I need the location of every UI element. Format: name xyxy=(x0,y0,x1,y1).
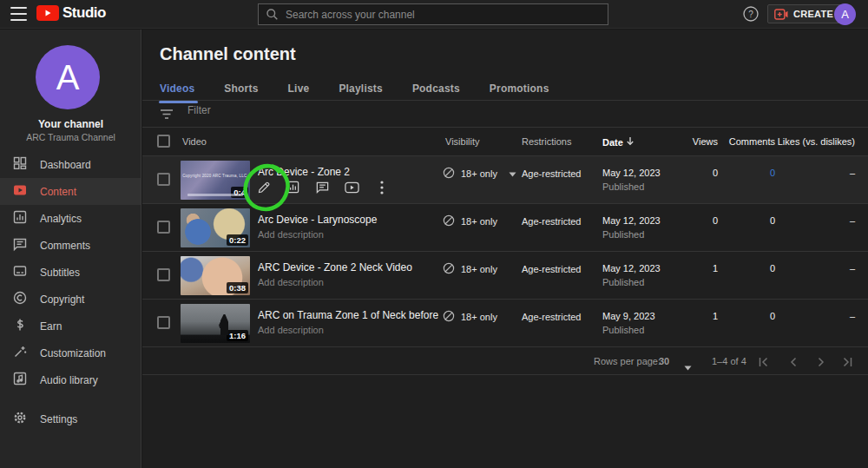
youtube-studio-logo[interactable]: Studio xyxy=(36,4,106,22)
video-title[interactable]: ARC Device - Zone 2 Neck Video xyxy=(258,261,438,274)
visibility-value: 18+ only xyxy=(461,264,497,274)
sidebar-item-copyright[interactable]: Copyright xyxy=(0,286,141,313)
video-thumbnail[interactable]: 0:22 xyxy=(181,208,250,247)
row-checkbox[interactable] xyxy=(157,173,170,186)
video-duration-badge: 0:38 xyxy=(227,282,248,293)
sidebar-item-label: Settings xyxy=(40,413,77,425)
chevron-down-icon[interactable] xyxy=(684,359,692,374)
analytics-icon[interactable] xyxy=(286,180,300,194)
publish-status: Published xyxy=(602,181,644,192)
video-title[interactable]: Arc Device - Larynoscope xyxy=(258,214,438,226)
views-value: 0 xyxy=(713,215,718,226)
row-checkbox[interactable] xyxy=(157,221,170,234)
sidebar-item-label: Content xyxy=(40,186,76,198)
sidebar-item-label: Copyright xyxy=(40,293,84,306)
age-restricted-globe-icon xyxy=(443,310,455,324)
row-checkbox[interactable] xyxy=(157,268,170,281)
column-header-restrictions[interactable]: Restrictions xyxy=(522,136,571,147)
sidebar-item-dashboard[interactable]: Dashboard xyxy=(0,151,141,178)
sidebar-menu: Dashboard Content Analytics Comments Sub… xyxy=(0,151,141,393)
music-note-icon xyxy=(12,371,28,390)
column-header-comments[interactable]: Comments xyxy=(729,136,775,147)
add-description-link[interactable]: Add description xyxy=(258,277,324,287)
sidebar-item-label: Earn xyxy=(40,320,62,333)
video-title[interactable]: ARC on Trauma Zone 1 of Neck before Secu… xyxy=(258,309,438,321)
content-icon xyxy=(12,182,28,201)
video-thumbnail[interactable]: 0:38 xyxy=(181,256,250,295)
visibility-value: 18+ only xyxy=(461,312,497,322)
row-hover-actions xyxy=(256,180,389,194)
rows-per-page-label: Rows per page: xyxy=(594,356,661,366)
magic-wand-icon xyxy=(12,344,28,363)
date-value: May 12, 2023 xyxy=(602,215,661,226)
filter-icon[interactable] xyxy=(160,108,174,123)
comments-count[interactable]: 0 xyxy=(770,215,775,226)
search-input[interactable] xyxy=(286,9,601,21)
youtube-play-icon xyxy=(36,5,59,21)
sidebar-item-earn[interactable]: Earn xyxy=(0,313,141,339)
video-row[interactable]: 1:16 ARC on Trauma Zone 1 of Neck before… xyxy=(142,299,868,346)
visibility-cell[interactable]: 18+ only xyxy=(443,214,497,228)
options-menu-icon[interactable] xyxy=(374,180,389,194)
main-content: Channel content Videos Shorts Live Playl… xyxy=(142,30,868,468)
video-duration-badge: 1:16 xyxy=(227,330,248,341)
row-checkbox[interactable] xyxy=(157,316,170,329)
sidebar-item-settings[interactable]: Settings xyxy=(0,405,141,432)
channel-search-box[interactable] xyxy=(258,3,608,25)
sidebar-item-analytics[interactable]: Analytics xyxy=(0,205,141,232)
table-footer: Rows per page: 30 1–4 of 4 xyxy=(142,346,868,375)
video-thumbnail[interactable]: 1:16 xyxy=(181,304,250,343)
video-row[interactable]: Copyright 2020 ARC Trauma, LLC. 0:4 Arc … xyxy=(142,155,868,203)
sidebar-item-label: Audio library xyxy=(40,374,98,386)
sidebar-item-content[interactable]: Content xyxy=(0,178,141,205)
channel-avatar[interactable]: A xyxy=(36,45,100,109)
account-avatar[interactable]: A xyxy=(834,3,856,25)
watch-on-youtube-icon[interactable] xyxy=(345,180,359,194)
visibility-cell[interactable]: 18+ only xyxy=(443,167,516,181)
comments-count[interactable]: 0 xyxy=(770,311,775,321)
comments-count-link[interactable]: 0 xyxy=(770,168,775,178)
visibility-cell[interactable]: 18+ only xyxy=(443,262,497,276)
dollar-icon xyxy=(12,317,28,336)
hamburger-menu-icon[interactable] xyxy=(10,7,27,21)
last-page-icon[interactable] xyxy=(838,353,856,371)
chevron-down-icon[interactable] xyxy=(509,168,516,179)
sidebar-item-customization[interactable]: Customization xyxy=(0,339,141,366)
help-button[interactable]: ? xyxy=(742,5,760,23)
likes-value: – xyxy=(850,215,855,226)
column-header-likes[interactable]: Likes (vs. dislikes) xyxy=(778,136,855,147)
video-row[interactable]: 0:38 ARC Device - Zone 2 Neck Video Add … xyxy=(142,251,868,299)
sidebar-item-subtitles[interactable]: Subtitles xyxy=(0,259,141,286)
sidebar-item-label: Analytics xyxy=(40,213,82,225)
filter-input[interactable] xyxy=(187,104,448,116)
video-thumbnail[interactable]: Copyright 2020 ARC Trauma, LLC. 0:4 xyxy=(181,161,250,200)
comments-count[interactable]: 0 xyxy=(770,263,775,274)
rows-per-page-select[interactable]: 30 xyxy=(659,356,669,366)
visibility-cell[interactable]: 18+ only xyxy=(443,310,497,324)
column-header-date[interactable]: Date xyxy=(602,136,635,148)
edit-pencil-icon[interactable] xyxy=(256,180,271,194)
visibility-value: 18+ only xyxy=(461,168,497,179)
video-duration-badge: 0:22 xyxy=(227,234,248,246)
video-row[interactable]: 0:22 Arc Device - Larynoscope Add descri… xyxy=(142,203,868,251)
column-header-views[interactable]: Views xyxy=(693,136,718,147)
create-button[interactable]: CREATE xyxy=(767,4,842,23)
filter-bar xyxy=(142,101,868,127)
first-page-icon[interactable] xyxy=(755,353,773,371)
sidebar-item-comments[interactable]: Comments xyxy=(0,232,141,259)
add-description-link[interactable]: Add description xyxy=(258,229,324,240)
channel-name: ARC Trauma Channel xyxy=(0,132,141,142)
select-all-checkbox[interactable] xyxy=(157,135,170,148)
publish-status: Published xyxy=(602,229,644,240)
column-header-video[interactable]: Video xyxy=(182,136,207,147)
column-header-visibility[interactable]: Visibility xyxy=(445,136,480,147)
your-channel-label: Your channel xyxy=(0,118,141,130)
sidebar-item-label: Subtitles xyxy=(40,267,80,279)
sidebar-item-audio-library[interactable]: Audio library xyxy=(0,366,141,393)
video-title[interactable]: Arc Device - Zone 2 xyxy=(258,166,438,178)
comments-icon[interactable] xyxy=(315,180,330,194)
age-restricted-globe-icon xyxy=(443,214,455,228)
previous-page-icon[interactable] xyxy=(785,353,802,371)
add-description-link[interactable]: Add description xyxy=(258,325,324,335)
next-page-icon[interactable] xyxy=(812,353,830,371)
